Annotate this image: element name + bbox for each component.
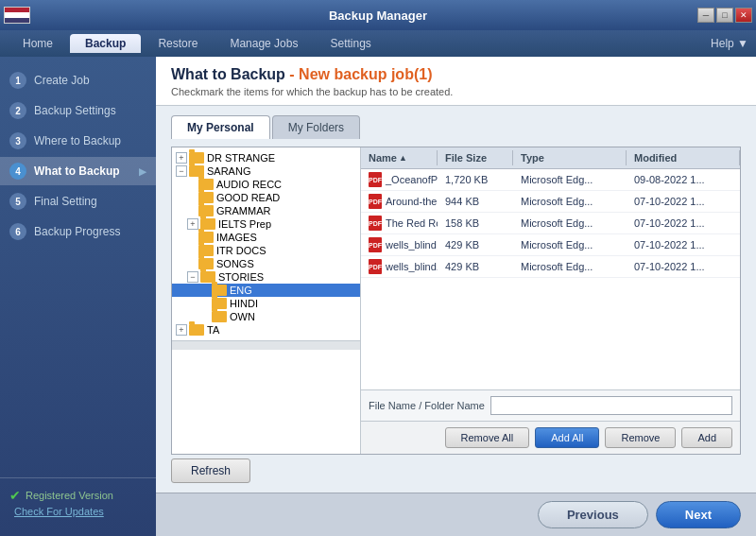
tree-panel[interactable]: + DR STRANGE − SARANG AUDIO RE xyxy=(172,147,361,340)
file-cell-name: PDF wells_blind.... xyxy=(361,256,438,277)
menu-backup[interactable]: Backup xyxy=(70,34,141,53)
tree-label: ITR DOCS xyxy=(216,245,266,256)
file-cell-size: 429 KB xyxy=(438,234,513,255)
tree-expand-ta[interactable]: + xyxy=(176,324,187,336)
pdf-icon: PDF xyxy=(369,216,382,231)
menu-bar: Home Backup Restore Manage Jobs Settings… xyxy=(0,30,756,57)
tree-scrollbar[interactable] xyxy=(172,340,360,350)
tree-expand-stories[interactable]: − xyxy=(187,271,198,283)
tree-item-own[interactable]: OWN xyxy=(172,310,360,323)
sidebar-item-backup-settings[interactable]: 2 Backup Settings xyxy=(0,96,156,125)
remove-all-button[interactable]: Remove All xyxy=(445,427,530,448)
file-list-body: PDF _OceanofPD... 1,720 KB Microsoft Edg… xyxy=(361,169,740,389)
next-button[interactable]: Next xyxy=(656,501,741,528)
flag-icon xyxy=(4,7,30,24)
maximize-button[interactable]: □ xyxy=(716,8,733,23)
content-area: What to Backup - New backup job(1) Check… xyxy=(156,57,756,536)
file-cell-type: Microsoft Edg... xyxy=(513,169,627,190)
check-icon: ✔ xyxy=(9,488,21,503)
tree-label: IMAGES xyxy=(216,232,257,243)
tree-expand-ielts[interactable]: + xyxy=(187,218,198,230)
file-row[interactable]: PDF _OceanofPD... 1,720 KB Microsoft Edg… xyxy=(361,169,740,191)
tree-expand-dr-strange[interactable]: + xyxy=(176,152,187,164)
file-action-buttons: Remove All Add All Remove Add xyxy=(361,421,740,454)
refresh-area: Refresh xyxy=(171,458,741,483)
registered-row: ✔ Registered Version xyxy=(9,488,146,503)
tree-item-ta[interactable]: + TA xyxy=(172,323,360,337)
close-button[interactable]: ✕ xyxy=(735,8,752,23)
sidebar-num-4: 4 xyxy=(9,163,26,180)
filename-input[interactable] xyxy=(490,396,732,415)
tree-label: HINDI xyxy=(230,298,258,309)
tab-bar: My Personal My Folders xyxy=(171,115,741,139)
tab-my-personal[interactable]: My Personal xyxy=(171,115,270,139)
file-row[interactable]: PDF wells_blind.... 429 KB Microsoft Edg… xyxy=(361,256,740,278)
header-modified[interactable]: Modified xyxy=(627,150,740,165)
tab-my-folders[interactable]: My Folders xyxy=(272,115,360,139)
menu-home[interactable]: Home xyxy=(8,34,68,53)
add-button[interactable]: Add xyxy=(681,427,732,448)
refresh-button[interactable]: Refresh xyxy=(171,458,250,483)
tree-item-stories[interactable]: − STORIES xyxy=(172,270,360,284)
header-size[interactable]: File Size xyxy=(438,150,513,165)
main-layout: 1 Create Job 2 Backup Settings 3 Where t… xyxy=(0,57,756,536)
menu-help[interactable]: Help ▼ xyxy=(711,37,748,50)
filename-bar: File Name / Folder Name xyxy=(361,389,740,421)
header-name[interactable]: Name ▲ xyxy=(361,150,438,165)
file-cell-size: 429 KB xyxy=(438,256,513,277)
sidebar-item-backup-progress[interactable]: 6 Backup Progress xyxy=(0,217,156,246)
menu-settings[interactable]: Settings xyxy=(315,34,386,53)
file-cell-name: PDF Around-the-... xyxy=(361,191,438,212)
sidebar-item-what-to-backup[interactable]: 4 What to Backup ▶ xyxy=(0,157,156,185)
file-cell-modified: 07-10-2022 1... xyxy=(627,191,740,212)
check-updates-link[interactable]: Check For Updates xyxy=(9,506,146,517)
tree-item-eng[interactable]: ENG xyxy=(172,284,360,297)
sidebar-item-create-job[interactable]: 1 Create Job xyxy=(0,66,156,95)
page-title: What to Backup - New backup job(1) xyxy=(171,66,741,83)
file-cell-modified: 07-10-2022 1... xyxy=(627,256,740,277)
filename-label: File Name / Folder Name xyxy=(369,400,485,411)
sidebar-label-where-to-backup: Where to Backup xyxy=(34,134,121,147)
pdf-icon: PDF xyxy=(369,172,382,187)
sidebar-footer: ✔ Registered Version Check For Updates xyxy=(0,477,156,527)
tree-expand-sarang[interactable]: − xyxy=(176,165,187,177)
tree-label: TA xyxy=(207,324,219,336)
page-header: What to Backup - New backup job(1) Check… xyxy=(156,57,756,106)
tree-label: IELTS Prep xyxy=(218,218,271,230)
sidebar-num-5: 5 xyxy=(9,193,26,210)
window-controls: ─ □ ✕ xyxy=(697,8,752,23)
file-cell-type: Microsoft Edg... xyxy=(513,234,627,255)
add-all-button[interactable]: Add All xyxy=(535,427,599,448)
file-cell-modified: 07-10-2022 1... xyxy=(627,234,740,255)
file-cell-size: 158 KB xyxy=(438,213,513,233)
file-row[interactable]: PDF The Red Roo... 158 KB Microsoft Edg.… xyxy=(361,213,740,234)
file-list-header: Name ▲ File Size Type Modified xyxy=(361,147,740,169)
content-body: My Personal My Folders + DR STRANGE − xyxy=(156,106,756,493)
registered-label: Registered Version xyxy=(26,490,113,501)
sidebar-label-final-setting: Final Setting xyxy=(34,195,97,208)
sidebar-num-2: 2 xyxy=(9,102,26,119)
minimize-button[interactable]: ─ xyxy=(697,8,714,23)
menu-restore[interactable]: Restore xyxy=(143,34,213,53)
sidebar-item-final-setting[interactable]: 5 Final Setting xyxy=(0,187,156,216)
tree-item-hindi[interactable]: HINDI xyxy=(172,297,360,310)
tree-label: SONGS xyxy=(216,258,254,269)
tree-label: DR STRANGE xyxy=(207,152,275,164)
file-row[interactable]: PDF wells_blind -... 429 KB Microsoft Ed… xyxy=(361,234,740,256)
header-type[interactable]: Type xyxy=(513,150,627,165)
sidebar-label-backup-settings: Backup Settings xyxy=(34,104,116,117)
file-cell-type: Microsoft Edg... xyxy=(513,213,627,233)
page-subtitle: Checkmark the items for which the backup… xyxy=(171,86,741,97)
nav-buttons: Previous Next xyxy=(156,493,756,536)
left-side: + DR STRANGE − SARANG AUDIO RE xyxy=(172,147,361,454)
sidebar-item-where-to-backup[interactable]: 3 Where to Backup xyxy=(0,127,156,155)
remove-button[interactable]: Remove xyxy=(605,427,676,448)
tree-label: GRAMMAR xyxy=(216,205,270,216)
tree-item-dr-strange[interactable]: + DR STRANGE xyxy=(172,151,360,164)
menu-manage-jobs[interactable]: Manage Jobs xyxy=(215,34,313,53)
file-row[interactable]: PDF Around-the-... 944 KB Microsoft Edg.… xyxy=(361,191,740,213)
file-cell-name: PDF _OceanofPD... xyxy=(361,169,438,190)
tree-label: GOOD READ xyxy=(216,192,280,203)
file-cell-name: PDF The Red Roo... xyxy=(361,213,438,233)
previous-button[interactable]: Previous xyxy=(538,501,648,528)
